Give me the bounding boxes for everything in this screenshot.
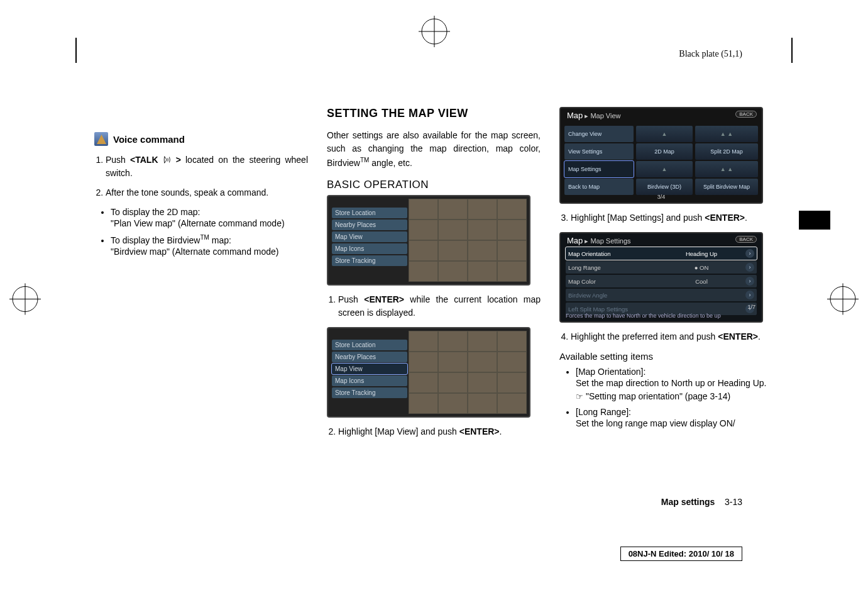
mv-thumb-4: ▲ ▲ (695, 161, 758, 177)
mv-back-button[interactable]: BACK (735, 111, 757, 118)
column-map-settings: Map ▸ Map View BACK Change View ▲ ▲ ▲ Vi… (559, 107, 773, 446)
plate-number: Black plate (51,1) (679, 49, 742, 59)
basic-op-step-2: Highlight [Map View] and push <ENTER>. (338, 425, 541, 438)
nav-item-nearby-places-2[interactable]: Nearby Places (332, 352, 407, 362)
ms-row[interactable]: Map ColorCool› (566, 275, 757, 287)
vc-bullet-birdview-title: To display the BirdviewTM map: (111, 234, 308, 245)
screenshot-map-settings-list: Map ▸ Map Settings BACK Map OrientationH… (559, 232, 763, 323)
basic-op-step-3: Highlight [Map Settings] and push <ENTER… (571, 211, 773, 225)
basic-step2-a: Highlight [Map View] and push (338, 426, 459, 436)
item-long-range: [Long Range]: Set the long range map vie… (576, 407, 773, 430)
basic-op-step-1: Push <ENTER> while the current location … (338, 293, 541, 319)
basic-op-step-4: Highlight the preferred item and push <E… (571, 330, 773, 343)
screenshot-map-view-settings: Map ▸ Map View BACK Change View ▲ ▲ ▲ Vi… (559, 107, 763, 204)
ms-page-indicator: 1/7 (747, 304, 755, 310)
crop-mark-top (415, 13, 453, 52)
step4-b: . (758, 331, 761, 342)
vc-bv-tm: TM (200, 234, 209, 241)
ms-row-label: Map Orientation (568, 250, 662, 257)
step4-enter: <ENTER> (718, 331, 758, 342)
vc-bullet-birdview-desc: "Birdview map" (Alternate command mode) (111, 245, 308, 258)
ms-row-label: Long Range (568, 264, 662, 271)
nav-item-map-icons[interactable]: Map Icons (332, 243, 407, 254)
mv-change-view[interactable]: Change View (564, 126, 634, 142)
mo-ref: "Setting map orientation" (page 3-14) (576, 390, 773, 403)
nav-item-nearby-places[interactable]: Nearby Places (332, 219, 407, 230)
screenshot-map-menu-initial: BACK Store Location Nearby Places Map Vi… (327, 195, 530, 286)
nav-map-preview-2 (409, 331, 527, 414)
mv-view-settings[interactable]: View Settings (564, 143, 634, 160)
footer-label: Map settings (661, 497, 715, 507)
ms-breadcrumb-path: ▸ Map Settings (583, 237, 630, 245)
mv-birdview-3d[interactable]: Birdview (3D) (636, 179, 693, 195)
setting-map-view-heading: SETTING THE MAP VIEW (327, 107, 541, 120)
mv-thumb-1: ▲ (636, 126, 693, 142)
nav-item-store-location[interactable]: Store Location (332, 208, 407, 218)
lr-desc: Set the long range map view display ON/ (576, 417, 773, 430)
mv-back-to-map[interactable]: Back to Map (564, 179, 634, 195)
nav-item-store-tracking-2[interactable]: Store Tracking (332, 387, 407, 398)
vc-bullet-2d: To display the 2D map: "Plan View map" (… (111, 207, 308, 230)
ms-row-label: Map Color (568, 278, 662, 285)
mv-map-settings[interactable]: Map Settings (564, 161, 634, 177)
ms-row[interactable]: Long Range● ON› (566, 261, 757, 274)
step3-b: . (745, 213, 747, 223)
vc-bullet-birdview: To display the BirdviewTM map: "Birdview… (111, 234, 308, 258)
column-voice-command: Voice command Push <TALK > located on th… (94, 107, 308, 446)
nav-sidebar-2: Store Location Nearby Places Map View Ma… (332, 340, 407, 398)
vc-bv-b: map: (209, 235, 231, 245)
chevron-right-icon: › (745, 249, 754, 258)
mv-breadcrumb-path: ▸ Map View (583, 112, 620, 119)
trim-mark-right (791, 38, 793, 63)
mv-thumb-3: ▲ (636, 161, 693, 177)
mo-desc: Set the map direction to North up or Hea… (576, 377, 773, 390)
nav-sidebar: Store Location Nearby Places Map View Ma… (332, 208, 407, 266)
mv-back-label: BACK (739, 111, 753, 117)
nav-item-map-icons-2[interactable]: Map Icons (332, 375, 407, 386)
ms-back-button[interactable]: BACK (735, 236, 757, 243)
ms-breadcrumb-map: Map (567, 236, 583, 245)
crop-mark-left (6, 281, 44, 320)
mv-split-2d-map[interactable]: Split 2D Map (695, 143, 758, 160)
vc-step-1-close: > (172, 155, 181, 165)
lr-label: [Long Range]: (576, 407, 773, 417)
vc-bv-a: To display the Birdview (111, 235, 200, 245)
step4-a: Highlight the preferred item and push (571, 331, 718, 342)
footer-page: 3-13 (725, 497, 742, 507)
ms-row-value: Heading Up (662, 250, 740, 257)
nav-item-map-view[interactable]: Map View (332, 231, 407, 242)
basic-step1-a: Push (338, 294, 364, 304)
chevron-right-icon: › (745, 263, 754, 272)
edit-stamp: 08NJ-N Edited: 2010/ 10/ 18 (620, 547, 742, 561)
nav-item-store-tracking[interactable]: Store Tracking (332, 255, 407, 266)
step3-enter: <ENTER> (705, 213, 745, 223)
mv-split-birdview[interactable]: Split Birdview Map (695, 179, 758, 195)
nav-item-store-location-2[interactable]: Store Location (332, 340, 407, 350)
chevron-right-icon: › (745, 291, 754, 299)
available-setting-items-heading: Available setting items (559, 351, 773, 362)
basic-step2-b: . (500, 426, 502, 436)
mv-breadcrumb-map: Map (567, 111, 583, 120)
intro-b: angle, etc. (369, 158, 412, 168)
screenshot-map-menu-mapview-selected: BACK Store Location Nearby Places Map Vi… (327, 327, 530, 418)
vc-bullet-2d-desc: "Plan View map" (Alternate command mode) (111, 217, 308, 230)
mv-2d-map[interactable]: 2D Map (636, 143, 693, 160)
ms-breadcrumb: Map ▸ Map Settings (567, 236, 631, 245)
mv-thumb-2: ▲ ▲ (695, 126, 758, 142)
ms-row-label: Left Split Map Settings (568, 306, 662, 313)
page-content: Voice command Push <TALK > located on th… (94, 107, 786, 446)
basic-operation-heading: BASIC OPERATION (327, 179, 541, 191)
mv-page-indicator: 3/4 (657, 194, 666, 200)
nav-item-map-view-2[interactable]: Map View (332, 364, 407, 374)
ms-help-message: Forces the map to have North or the vehi… (566, 313, 721, 319)
crop-mark-right (824, 281, 862, 320)
vc-step-1-prefix: Push (106, 155, 130, 165)
ms-row-value: Cool (662, 278, 740, 285)
ms-row[interactable]: Birdview Angle› (566, 289, 757, 301)
page-footer: Map settings 3-13 (661, 497, 742, 507)
intro-tm: TM (360, 157, 369, 164)
ms-row[interactable]: Map OrientationHeading Up› (566, 247, 757, 260)
vc-step-1-talk: <TALK (130, 155, 163, 165)
step3-a: Highlight [Map Settings] and push (571, 213, 705, 223)
chevron-right-icon: › (745, 277, 754, 286)
